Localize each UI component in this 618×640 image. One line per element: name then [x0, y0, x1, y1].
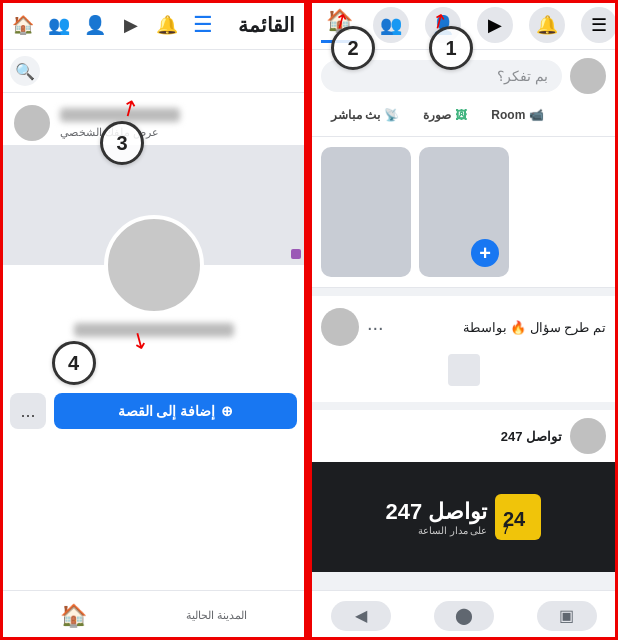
bottom-back-btn[interactable]: ◀ — [331, 601, 391, 631]
feed-question-avatar — [321, 308, 359, 346]
action-room-btn[interactable]: 📹 Room — [481, 102, 554, 128]
right-panel: 🏠 👥 👤 ▶ 🔔 ☰ facebook ↗ 2 ↗ 1 بم تفكر؟ — [309, 0, 618, 640]
left-profile-row: عرض ملفك الشخصي ↗ 3 — [0, 93, 307, 145]
feed-dots-btn[interactable]: ··· — [367, 316, 384, 339]
right-post-actions: 📹 Room 🖼 صورة 📡 بث مباشر — [321, 102, 606, 128]
left-home-bottom-icon[interactable]: 🏠 — [60, 603, 87, 629]
brand-247-name: تواصل 247 — [386, 499, 488, 525]
annotation-1: 1 — [429, 26, 473, 70]
story-card-inner-1 — [321, 147, 411, 277]
story-row: + — [309, 137, 618, 288]
247-svg-icon: 24 7 — [501, 500, 535, 534]
card-247-header: تواصل 247 — [309, 410, 618, 462]
left-bottom-bar: 🏠 المدينة الحالية — [0, 590, 307, 640]
card-247-image: تواصل 247 على مدار الساعة 24 7 — [309, 462, 618, 572]
watch-nav-button[interactable]: ▶ — [477, 7, 513, 43]
left-search-area: 🔍 — [0, 50, 307, 93]
logo-247-wrapper: تواصل 247 على مدار الساعة 24 7 — [386, 494, 542, 540]
svg-text:7: 7 — [503, 525, 509, 534]
bell-icon[interactable]: 🔔 — [156, 14, 178, 36]
annotation-3: 3 — [100, 121, 144, 165]
feed-question-card: تم طرح سؤال 🔥 بواسطة ··· — [309, 296, 618, 402]
action-photo-btn[interactable]: 🖼 صورة — [413, 102, 477, 128]
left-profile-pic-area — [0, 215, 307, 315]
right-bottom-bar: ◀ ⬤ ▣ — [309, 590, 618, 640]
left-profile-circle[interactable] — [104, 215, 204, 315]
story-card-2[interactable]: + — [419, 147, 509, 277]
left-bottom-buttons: ... ⊕ إضافة إلى القصة — [0, 385, 307, 437]
brand-247-text: تواصل 247 على مدار الساعة — [386, 499, 488, 536]
annotation-2: 2 — [331, 26, 375, 70]
bell-nav-button[interactable]: 🔔 — [529, 7, 565, 43]
annotation-4: 4 — [52, 341, 96, 385]
home-icon[interactable]: 🏠 — [12, 14, 34, 36]
news-feed: تم طرح سؤال 🔥 بواسطة ··· تواصل 247 تواصل… — [309, 288, 618, 590]
friends-nav-button[interactable]: 👥 — [373, 7, 409, 43]
menu-icon-left[interactable]: ☰ — [192, 14, 214, 36]
annotation-2-wrapper: ↗ 2 — [331, 2, 375, 70]
left-topbar: 🏠 👥 👤 ▶ 🔔 ☰ القائمة — [0, 0, 307, 50]
left-search-button[interactable]: 🔍 — [10, 56, 40, 86]
user-avatar-post — [570, 58, 606, 94]
feed-question-meta: تم طرح سؤال 🔥 بواسطة — [392, 320, 606, 335]
annotation-1-wrapper: ↗ 1 — [429, 2, 473, 70]
left-panel: 🏠 👥 👤 ▶ 🔔 ☰ القائمة 🔍 عرض ملفك الشخصي ↗ … — [0, 0, 309, 640]
annotation-4-wrapper: ↘ 4 — [0, 341, 307, 385]
logo-247-icon: 24 7 — [495, 494, 541, 540]
left-content: ↘ 4 ... ⊕ إضافة إلى القصة — [0, 145, 307, 590]
watch-icon[interactable]: ▶ — [120, 14, 142, 36]
story-add-button[interactable]: + — [471, 239, 499, 267]
feed-question-text: تم طرح سؤال 🔥 بواسطة — [392, 320, 606, 335]
feed-question-header: تم طرح سؤال 🔥 بواسطة ··· — [321, 308, 606, 346]
right-topbar: 🏠 👥 👤 ▶ 🔔 ☰ facebook ↗ 2 ↗ 1 — [309, 0, 618, 50]
card-247: تواصل 247 تواصل 247 على مدار الساعة 24 — [309, 410, 618, 572]
three-dots-button[interactable]: ... — [10, 393, 46, 429]
left-profile-avatar[interactable] — [14, 105, 50, 141]
left-nav-icons: 🏠 👥 👤 ▶ 🔔 ☰ — [12, 14, 214, 36]
menu-nav-button[interactable]: ☰ — [581, 7, 617, 43]
story-card-1[interactable] — [321, 147, 411, 277]
friends-icon[interactable]: 👥 — [48, 14, 70, 36]
left-panel-title: القائمة — [238, 13, 295, 37]
bottom-home-btn[interactable]: ⬤ — [434, 601, 494, 631]
feed-image-thumb — [448, 354, 480, 386]
card-247-content: تواصل 247 على مدار الساعة 24 7 — [386, 494, 542, 540]
card-247-avatar — [570, 418, 606, 454]
card-247-name: تواصل 247 — [501, 429, 562, 444]
groups-icon[interactable]: 👤 — [84, 14, 106, 36]
brand-247-sub: على مدار الساعة — [418, 525, 488, 536]
bottom-recent-btn[interactable]: ▣ — [537, 601, 597, 631]
add-story-button[interactable]: ⊕ إضافة إلى القصة — [54, 393, 297, 429]
left-name-row — [0, 315, 307, 341]
left-display-name — [74, 323, 234, 337]
action-live-btn[interactable]: 📡 بث مباشر — [321, 102, 409, 128]
